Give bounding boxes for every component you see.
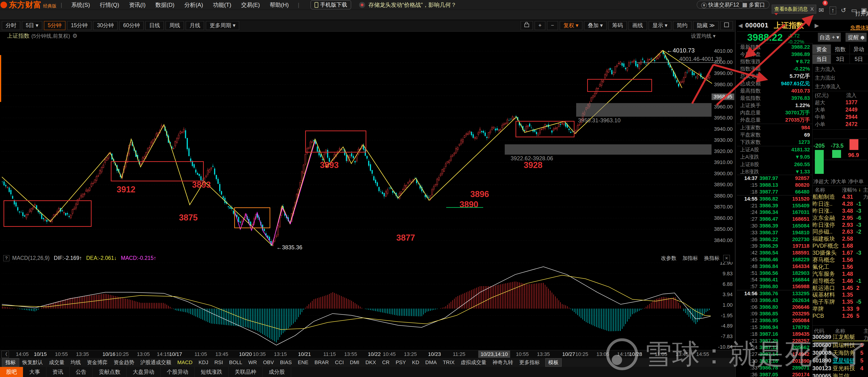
sector-row[interactable]: 昨日连..4.28-1 [812,200,868,207]
flow-tab[interactable]: 异动 [850,45,868,54]
indicator-item[interactable]: 虚拟成交量 [461,359,487,366]
fullscreen-button[interactable] [720,21,733,30]
indicator-item[interactable]: TRIX [443,359,455,366]
prev-symbol-button[interactable]: ◀ [738,22,742,29]
range-tab[interactable]: 3日 [831,54,849,64]
indicator-item[interactable]: 成交量 [49,359,64,366]
menu-item[interactable]: 系统(S) [71,1,90,9]
sector-row[interactable]: 碳基材料1.35 [812,291,868,298]
indicator-item[interactable]: KDJ [198,359,209,366]
period-button[interactable]: 30分钟 [93,21,118,30]
sector-row[interactable]: 同步磁..2.63-2 [812,228,868,235]
sector-row[interactable]: 举牌1.339 [812,305,868,312]
menu-item[interactable]: 数据(D) [156,1,175,9]
indicator-item[interactable]: DKX [365,359,376,366]
indicator-item[interactable]: 资金趋势 [114,359,134,366]
bottom-tab[interactable]: 公告 [69,367,93,377]
tool-button[interactable]: 筹码 [609,21,627,30]
close-icon[interactable]: × [723,255,730,261]
bottom-tab[interactable]: 股吧 [0,367,23,377]
bottom-tab[interactable]: 贡献点数 [93,367,127,377]
period-button[interactable]: 60分钟 [119,21,144,30]
indicator-item[interactable]: ENE [298,359,308,366]
multi-window-button[interactable]: ▦ 多窗口 [738,1,769,8]
open-other-link[interactable]: 打开其他 [855,10,868,17]
period-button[interactable]: 15分钟 [67,21,92,30]
stock-row[interactable]: 300123亚光科技4 [812,364,868,372]
indicator-item[interactable]: 沪股通成交额 [140,359,171,366]
macd-setting-button[interactable]: 改参数 [661,255,676,262]
tool-button[interactable]: 显示 ▾ [649,21,671,30]
tool-button[interactable]: 简约 [673,21,691,30]
sector-row[interactable]: 超导概念1.46-1 [812,278,868,285]
flow-tab[interactable]: 资金 [812,45,831,54]
indicator-item[interactable]: KD [412,359,419,366]
range-tab[interactable]: 当日 [812,54,831,64]
add-watchlist-button[interactable]: 自选 + ▾ [818,33,841,42]
period-button[interactable]: 更多周期 ▾ [206,21,239,30]
macd-chart[interactable] [0,262,735,350]
stock-row[interactable]: 601890亚星锚链5 [812,357,868,364]
alert-button[interactable]: 提醒 [845,33,867,42]
bottom-tab[interactable]: 成分股 [262,367,291,377]
period-button[interactable]: 分时 [2,21,20,30]
next-symbol-button[interactable]: ▶ [815,22,819,29]
period-button[interactable]: 5分钟 [44,21,65,30]
range-tab[interactable]: 5日 [850,54,868,64]
news-ticker[interactable]: 存储龙头发动“价格战”，影响几何？ [368,1,457,9]
bottom-tab[interactable]: 个股异动 [161,367,195,377]
indicator-item[interactable]: BRAR [315,359,329,366]
sector-row[interactable]: 汽车服务1.48 [812,270,868,278]
period-button[interactable]: 月线 [186,21,204,30]
stock-list[interactable]: 300589江龙船艇 300600国瑞科技5 300008天海防务5 60189… [812,333,868,377]
new-messages-popup[interactable]: 查看8条新消息X [772,5,816,13]
indicator-item[interactable]: 资金博弈 [87,359,107,366]
indicator-item[interactable]: CCI [335,359,344,366]
tool-button[interactable]: 叠加 ▾ [584,21,607,30]
sector-row[interactable]: 3D摄像头1.67-3 [812,249,868,256]
period-button[interactable]: 5日 ▾ [22,21,42,30]
indicator-item[interactable]: WR [248,359,257,366]
sector-row[interactable]: PVDF概念1.68 [812,242,868,249]
indicator-item[interactable]: 神奇九转 [493,359,513,366]
mobile-download-button[interactable]: 手机版下载 [311,0,351,9]
indicator-item[interactable]: MACD [177,359,192,366]
side-panel-edge[interactable] [0,55,1,102]
gear-icon[interactable]: ⚙ [72,33,78,39]
indicator-item[interactable]: 均线 [70,359,81,366]
sector-row[interactable]: 福建板块2.58 [812,235,868,242]
indicator-item[interactable]: DMA [425,359,437,366]
macd-setting-button[interactable]: 加指标 [682,255,698,262]
indicator-item[interactable]: CR [382,359,390,366]
tool-button[interactable]: 隐藏 ≫ [693,21,719,30]
bottom-tab[interactable]: 资讯 [46,367,69,377]
sector-row[interactable]: 赛马概念1.56 [812,256,868,263]
tick-list[interactable]: 14:373987.9792857 :153988.1380820 :18398… [737,175,812,377]
tool-button[interactable]: − [547,21,558,30]
indicator-item[interactable]: DMI [350,359,359,366]
bottom-tab[interactable]: 大盘异动 [127,367,161,377]
tool-button[interactable]: 复权 ▾ [560,21,582,30]
indicator-side-tab[interactable]: 指标 [2,358,19,367]
tool-button[interactable]: 画线 [629,21,647,30]
tool-button[interactable]: + [535,21,545,30]
menu-item[interactable]: 交易(E) [241,1,260,9]
sector-list[interactable]: 船舶制造4.31 昨日连..4.28-1 昨日涨..3.48-3 京东金融2.9… [812,193,868,319]
indicator-item[interactable]: RSI [214,359,223,366]
template-button[interactable]: 模板 [545,358,562,367]
sector-row[interactable]: PCB1.265 [812,312,868,319]
free-trial-link[interactable]: 免费体验 [850,24,868,31]
menu-item[interactable]: 帮助(H) [270,1,289,9]
stock-row[interactable]: 300065海兰信 [812,372,868,377]
sector-row[interactable]: 昨日涨停2.93-3 [812,222,868,228]
menu-item[interactable]: 行情(Q) [100,1,119,9]
indicator-item[interactable]: BOLL [229,359,242,366]
sector-row[interactable]: 氟化工1.56 [812,263,868,270]
indicator-item[interactable]: 恢复默认 [22,359,43,366]
scroll-left-button[interactable]: 《 [1,351,9,358]
sector-row[interactable]: 航运港口1.452 [812,285,868,291]
panel-divider[interactable] [735,20,736,377]
bottom-tab[interactable]: 短线涨跌 [195,367,228,377]
bottom-tab[interactable]: 关联品种 [228,367,262,377]
indicator-item[interactable]: BIAS [280,359,291,366]
